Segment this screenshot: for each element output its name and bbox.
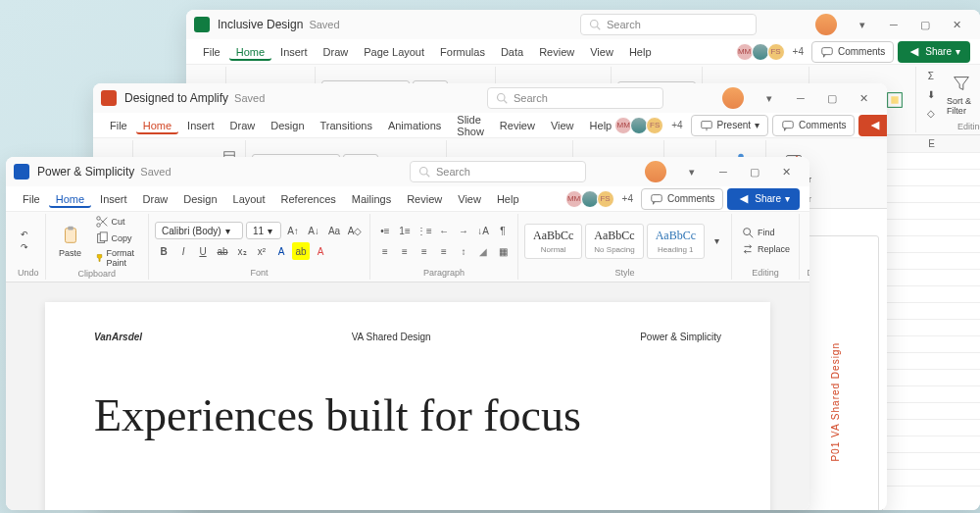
borders-button[interactable]: ▦ [494, 242, 512, 260]
strike-button[interactable]: ab [214, 242, 231, 260]
menu-formulas[interactable]: Formulas [433, 43, 492, 61]
menu-layout[interactable]: Layout [226, 190, 272, 208]
excel-sheet[interactable]: E [882, 135, 980, 510]
autosum-button[interactable]: Σ [922, 67, 940, 84]
collab-avatar[interactable] [581, 190, 599, 208]
menu-view[interactable]: View [583, 43, 620, 61]
menu-insert[interactable]: Insert [273, 43, 315, 61]
clear-button[interactable]: ◇ [922, 104, 940, 122]
find-button[interactable]: Find [738, 225, 793, 240]
sheet-cell[interactable] [883, 470, 980, 487]
menu-view[interactable]: View [451, 190, 488, 208]
sheet-cell[interactable] [883, 403, 980, 420]
shrink-font-button[interactable]: A↓ [305, 222, 322, 239]
menu-design[interactable]: Design [176, 190, 223, 208]
menu-review[interactable]: Review [532, 43, 581, 61]
document-page[interactable]: VanArsdel VA Shared Design Power & Simpl… [45, 302, 770, 510]
menu-draw[interactable]: Draw [223, 117, 263, 134]
menu-help[interactable]: Help [583, 117, 619, 134]
sheet-cell[interactable] [883, 353, 980, 370]
close-button[interactable]: ✕ [770, 159, 802, 184]
collab-avatar[interactable] [752, 43, 769, 61]
close-button[interactable]: ✕ [941, 12, 972, 37]
collab-avatar[interactable]: MM [565, 190, 583, 208]
sort-button[interactable]: ↓A [474, 222, 492, 239]
collab-more[interactable]: +4 [793, 46, 804, 57]
sheet-cell[interactable] [883, 236, 980, 253]
menu-mailings[interactable]: Mailings [345, 190, 398, 208]
redo-button[interactable]: ↷ [18, 241, 31, 253]
menu-data[interactable]: Data [494, 43, 530, 61]
menu-home[interactable]: Home [136, 117, 178, 134]
user-avatar[interactable] [722, 87, 744, 109]
menu-review[interactable]: Review [400, 190, 449, 208]
menu-home[interactable]: Home [229, 43, 271, 61]
clear-format-button[interactable]: A◇ [346, 222, 364, 239]
italic-button[interactable]: I [174, 242, 192, 260]
styles-more-button[interactable]: ▾ [708, 232, 725, 250]
menu-slideshow[interactable]: Slide Show [450, 111, 491, 140]
word-document-area[interactable]: VanArsdel VA Shared Design Power & Simpl… [6, 282, 809, 510]
maximize-button[interactable]: ▢ [739, 159, 770, 184]
replace-button[interactable]: Replace [738, 241, 793, 257]
line-spacing-button[interactable]: ↕ [455, 242, 472, 260]
maximize-button[interactable]: ▢ [909, 12, 941, 37]
sheet-cell[interactable] [883, 336, 980, 353]
show-marks-button[interactable]: ¶ [494, 222, 512, 239]
sheet-cell[interactable] [883, 320, 980, 336]
minimize-button[interactable]: ─ [878, 12, 909, 37]
subscript-button[interactable]: x₂ [233, 242, 251, 260]
sheet-cell[interactable] [883, 453, 980, 470]
sort-filter-button[interactable]: Sort & Filter [943, 68, 980, 121]
collab-more[interactable]: +4 [622, 193, 633, 204]
search-box[interactable]: Search [410, 161, 586, 182]
share-button[interactable]: Share▾ [727, 188, 800, 210]
maximize-button[interactable]: ▢ [816, 85, 848, 111]
justify-button[interactable]: ≡ [435, 242, 453, 260]
indent-inc-button[interactable]: → [455, 222, 472, 239]
grow-font-button[interactable]: A↑ [284, 222, 302, 239]
paste-button[interactable]: Paste [52, 215, 89, 268]
numbering-button[interactable]: 1≡ [396, 222, 414, 239]
menu-review[interactable]: Review [493, 117, 542, 134]
underline-button[interactable]: U [194, 242, 212, 260]
undo-button[interactable]: ↶ [18, 229, 31, 240]
search-box[interactable]: Search [487, 87, 663, 109]
change-case-button[interactable]: Aa [325, 222, 343, 239]
align-center-button[interactable]: ≡ [396, 242, 414, 260]
sheet-cell[interactable] [883, 153, 980, 170]
highlight-button[interactable]: ab [292, 242, 310, 260]
sheet-cell[interactable] [883, 270, 980, 286]
sheet-cell[interactable] [883, 370, 980, 386]
sheet-cell[interactable] [883, 253, 980, 270]
bullets-button[interactable]: •≡ [376, 222, 394, 239]
copy-button[interactable]: Copy [92, 231, 143, 246]
multilevel-button[interactable]: ⋮≡ [416, 222, 433, 239]
indent-dec-button[interactable]: ← [435, 222, 453, 239]
sheet-cell[interactable] [883, 420, 980, 436]
dictate-button[interactable]: Dictate [806, 215, 809, 268]
style-nospacing[interactable]: AaBbCcNo Spacing [585, 224, 643, 259]
column-header[interactable]: E [883, 135, 980, 153]
shading-button[interactable]: ◢ [474, 242, 492, 260]
menu-view[interactable]: View [544, 117, 581, 134]
ribbon-options-icon[interactable]: ▾ [754, 85, 785, 111]
sheet-cell[interactable] [883, 220, 980, 236]
sheet-cell[interactable] [883, 203, 980, 220]
search-box[interactable]: Search [580, 14, 757, 35]
user-avatar[interactable] [645, 161, 666, 182]
font-size-select[interactable]: 11▾ [246, 222, 281, 239]
menu-transitions[interactable]: Transitions [314, 117, 379, 134]
present-button[interactable]: Present▾ [691, 115, 768, 136]
menu-file[interactable]: File [16, 190, 47, 208]
collab-avatar[interactable]: FS [597, 190, 614, 208]
font-name-select[interactable]: Calibri (Body)▾ [155, 222, 243, 239]
ribbon-options-icon[interactable]: ▾ [676, 159, 708, 184]
user-avatar[interactable] [815, 14, 837, 35]
menu-references[interactable]: References [274, 190, 343, 208]
share-button[interactable]: Share▾ [898, 41, 970, 63]
menu-file[interactable]: File [103, 117, 134, 134]
menu-file[interactable]: File [196, 43, 227, 61]
comments-button[interactable]: Comments [811, 41, 894, 63]
minimize-button[interactable]: ─ [708, 159, 739, 184]
